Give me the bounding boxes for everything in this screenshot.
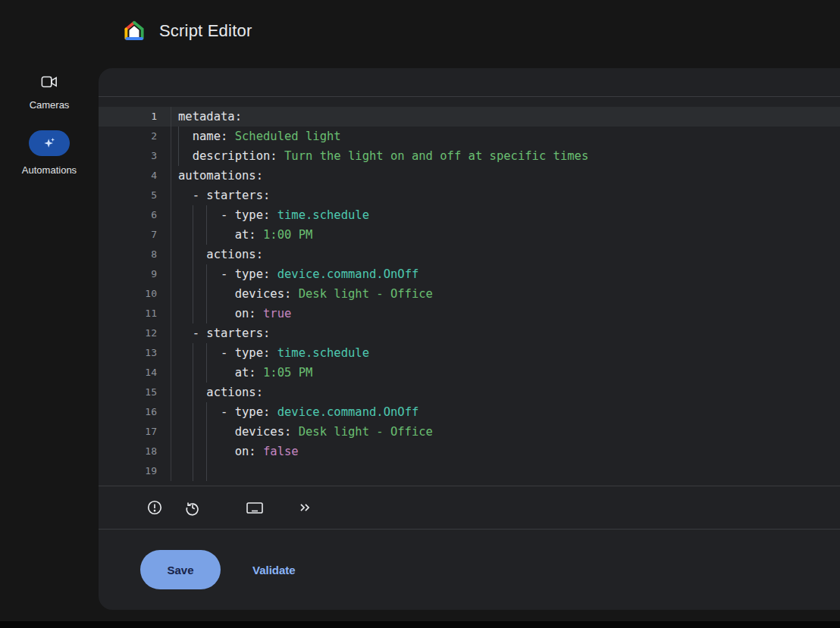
page-title: Script Editor xyxy=(159,21,252,41)
line-number: 3 xyxy=(99,146,171,166)
line-number: 18 xyxy=(99,442,171,461)
code-line[interactable]: 14 at: 1:05 PM xyxy=(99,363,840,383)
problems-icon xyxy=(146,499,163,516)
line-number: 8 xyxy=(99,245,171,264)
line-number: 4 xyxy=(99,166,171,186)
indent-guide xyxy=(178,127,179,146)
code-text: devices: Desk light - Office xyxy=(171,422,840,442)
line-number: 15 xyxy=(99,383,171,402)
code-text: actions: xyxy=(171,383,840,402)
editor-toolbar xyxy=(99,486,840,530)
more-tools-button[interactable] xyxy=(296,498,314,517)
code-editor[interactable]: 1metadata:2 name: Scheduled light3 descr… xyxy=(99,96,840,481)
bottom-strip xyxy=(0,621,840,628)
code-lines: 1metadata:2 name: Scheduled light3 descr… xyxy=(99,107,840,481)
indent-guide xyxy=(193,422,193,442)
line-number: 1 xyxy=(99,107,171,127)
code-text: - type: device.command.OnOff xyxy=(171,264,840,284)
code-line[interactable]: 6 - type: time.schedule xyxy=(99,205,840,225)
indent-guide xyxy=(193,461,193,481)
indent-guide xyxy=(178,146,179,166)
indent-guide xyxy=(206,225,207,245)
keyboard-button[interactable] xyxy=(246,498,264,517)
code-text: devices: Desk light - Office xyxy=(171,284,840,304)
indent-guide xyxy=(206,205,207,225)
code-line[interactable]: 7 at: 1:00 PM xyxy=(99,225,840,245)
indent-guide xyxy=(206,422,207,442)
history-icon xyxy=(184,499,201,516)
indent-guide xyxy=(193,284,193,304)
code-text: at: 1:05 PM xyxy=(171,363,840,383)
code-line[interactable]: 2 name: Scheduled light xyxy=(99,127,840,146)
line-number: 13 xyxy=(99,343,171,363)
indent-guide xyxy=(193,383,193,402)
code-line[interactable]: 16 - type: device.command.OnOff xyxy=(99,402,840,422)
code-text: - starters: xyxy=(171,323,840,343)
indent-guide xyxy=(193,363,193,383)
code-text: on: true xyxy=(171,304,840,323)
code-line[interactable]: 15 actions: xyxy=(99,383,840,402)
code-line[interactable]: 3 description: Turn the light on and off… xyxy=(99,146,840,166)
code-line[interactable]: 9 - type: device.command.OnOff xyxy=(99,264,840,284)
indent-guide xyxy=(193,205,193,225)
code-line[interactable]: 8 actions: xyxy=(99,245,840,264)
line-number: 12 xyxy=(99,323,171,343)
code-text: actions: xyxy=(171,245,840,264)
code-text: description: Turn the light on and off a… xyxy=(171,146,840,166)
indent-guide xyxy=(193,245,193,264)
google-home-logo-icon xyxy=(123,20,146,42)
code-line[interactable]: 5 - starters: xyxy=(99,186,840,205)
code-line[interactable]: 11 on: true xyxy=(99,304,840,323)
code-line[interactable]: 19 xyxy=(99,461,840,481)
code-text: - type: time.schedule xyxy=(171,205,840,225)
indent-guide xyxy=(206,343,207,363)
indent-guide xyxy=(193,343,193,363)
code-text: metadata: xyxy=(171,107,840,127)
code-line[interactable]: 13 - type: time.schedule xyxy=(99,343,840,363)
indent-guide xyxy=(193,225,193,245)
indent-guide xyxy=(206,442,207,461)
line-number: 14 xyxy=(99,363,171,383)
indent-guide xyxy=(206,284,207,304)
problems-button[interactable] xyxy=(146,498,164,517)
indent-guide xyxy=(206,402,207,422)
sidebar: Cameras Automations xyxy=(0,62,99,176)
line-number: 16 xyxy=(99,402,171,422)
sidebar-item-label: Cameras xyxy=(30,99,70,111)
code-line[interactable]: 17 devices: Desk light - Office xyxy=(99,422,840,442)
history-button[interactable] xyxy=(183,498,202,517)
script-editor-card: 1metadata:2 name: Scheduled light3 descr… xyxy=(99,68,840,610)
code-line[interactable]: 1metadata: xyxy=(99,107,840,127)
code-line[interactable]: 18 on: false xyxy=(99,442,840,461)
code-line[interactable]: 10 devices: Desk light - Office xyxy=(99,284,840,304)
code-text: automations: xyxy=(171,166,840,186)
line-number: 5 xyxy=(99,186,171,205)
code-text: name: Scheduled light xyxy=(171,127,840,146)
line-number: 19 xyxy=(99,461,171,481)
code-text: at: 1:00 PM xyxy=(171,225,840,245)
code-line[interactable]: 12 - starters: xyxy=(99,323,840,343)
code-text: on: false xyxy=(171,442,840,461)
code-line[interactable]: 4automations: xyxy=(99,166,840,186)
sidebar-item-cameras[interactable]: Cameras xyxy=(30,73,70,111)
action-bar: Save Validate Activate xyxy=(99,530,840,610)
sidebar-item-automations[interactable]: Automations xyxy=(22,130,77,176)
line-number: 7 xyxy=(99,225,171,245)
page-root: { "colors": { "bg": "#161616", "card": "… xyxy=(0,0,840,628)
indent-guide xyxy=(206,264,207,284)
line-number: 10 xyxy=(99,284,171,304)
active-pill xyxy=(29,130,70,156)
double-chevron-icon xyxy=(296,499,313,516)
indent-guide xyxy=(193,402,193,422)
indent-guide xyxy=(206,363,207,383)
sparkle-icon xyxy=(42,136,57,151)
validate-button[interactable]: Validate xyxy=(248,563,300,577)
save-button[interactable]: Save xyxy=(140,550,221,589)
line-number: 2 xyxy=(99,127,171,146)
indent-guide xyxy=(206,304,207,323)
line-number: 9 xyxy=(99,264,171,284)
sidebar-item-label: Automations xyxy=(22,164,77,176)
code-text: - type: device.command.OnOff xyxy=(171,402,840,422)
indent-guide xyxy=(193,264,193,284)
indent-guide xyxy=(193,442,193,461)
